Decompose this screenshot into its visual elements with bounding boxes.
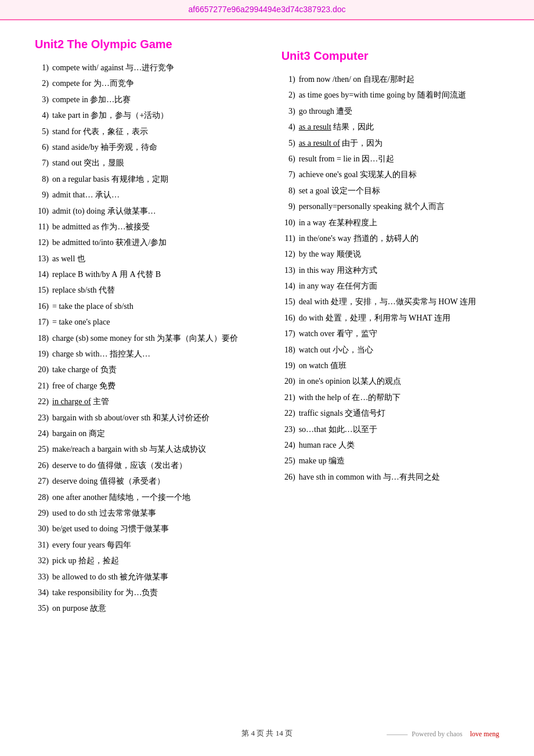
item-content: as well 也 (52, 253, 264, 265)
item-content: be admitted to/into 获准进入/参加 (52, 236, 264, 249)
item-content: watch over 看守，监守 (299, 327, 499, 340)
item-content: be allowed to do sth 被允许做某事 (52, 571, 264, 584)
item-number: 8) (282, 185, 299, 197)
list-item: 23)so…that 如此…以至于 (282, 423, 499, 436)
item-chinese: 故意 (88, 604, 107, 613)
unit3-title: Unit3 Computer (282, 49, 499, 63)
item-english: as a result of (299, 139, 340, 147)
item-english: stand aside/by (52, 143, 99, 152)
item-chinese: 在…的帮助下 (350, 393, 401, 402)
list-item: 4)as a result 结果，因此 (282, 121, 499, 134)
list-item: 9)admit that… 承认… (35, 189, 264, 201)
item-english: in a way (299, 218, 326, 227)
item-number: 9) (35, 189, 52, 201)
item-number: 15) (282, 296, 299, 308)
item-english: go through (299, 107, 334, 116)
list-item: 29)used to do sth 过去常常做某事 (35, 507, 264, 520)
item-chinese: 挡道的，妨碍人的 (351, 234, 418, 243)
item-chinese: 也 (75, 254, 85, 263)
item-english: deserve to do (52, 461, 96, 470)
list-item: 2)compete for 为…而竞争 (35, 77, 264, 90)
item-chinese: 承认… (93, 190, 120, 199)
item-number: 4) (282, 121, 299, 134)
list-item: 12)by the way 顺便说 (282, 248, 499, 261)
list-item: 3)compete in 参加…比赛 (35, 93, 264, 106)
list-item: 17)= take one's place (35, 316, 264, 329)
unit3-list: 1)from now /then/ on 自现在/那时起2)as time go… (282, 73, 499, 484)
list-item: 19)charge sb with… 指控某人… (35, 348, 264, 361)
list-item: 2)as time goes by=with time going by 随着时… (282, 89, 499, 102)
item-chinese: 陆续地，一个接一个地 (107, 493, 191, 502)
item-english: deserve doing (52, 477, 98, 485)
item-content: in a way 在某种程度上 (299, 217, 499, 229)
list-item: 24)bargain on 商定 (35, 427, 264, 440)
item-number: 16) (35, 300, 52, 313)
item-number: 1) (282, 73, 299, 86)
list-item: 8)set a goal 设定一个目标 (282, 185, 499, 197)
list-item: 31)every four years 每四年 (35, 539, 264, 552)
list-item: 6)result from = lie in 因…引起 (282, 153, 499, 165)
item-content: watch out 小心，当心 (299, 344, 499, 357)
item-content: be admitted as 作为…被接受 (52, 221, 264, 233)
item-content: make up 编造 (299, 455, 499, 467)
list-item: 26)deserve to do 值得做，应该（发出者） (35, 459, 264, 472)
item-content: human race 人类 (299, 439, 499, 452)
list-item: 20)take charge of 负责 (35, 363, 264, 376)
item-english: compete in (52, 95, 88, 104)
item-content: admit (to) doing 承认做某事… (52, 205, 264, 218)
item-chinese: 随着时间流逝 (415, 91, 466, 99)
item-number: 26) (35, 459, 52, 472)
item-number: 25) (282, 455, 299, 467)
item-content: in charge of 主管 (52, 395, 264, 408)
item-chinese: 值得被（承受者） (98, 477, 165, 485)
item-content: as a result of 由于，因为 (299, 137, 499, 150)
item-content: stand aside/by 袖手旁观，待命 (52, 141, 264, 154)
item-english: = take one's place (52, 318, 110, 326)
page-number: 第 4 页 共 14 页 (241, 729, 293, 737)
item-content: charge (sb) some money for sth 为某事（向某人）要… (52, 332, 264, 345)
list-item: 5)as a result of 由于，因为 (282, 137, 499, 150)
item-number: 11) (35, 221, 52, 233)
item-number: 17) (282, 327, 299, 340)
item-english: be allowed to do sth (52, 573, 118, 581)
item-chinese: 与某人达成协议 (147, 445, 207, 453)
item-chinese: 免费 (97, 381, 116, 390)
item-english: on a regular basis (52, 175, 109, 183)
item-chinese: 人类 (337, 441, 355, 449)
item-content: deserve to do 值得做，应该（发出者） (52, 459, 264, 472)
item-chinese: 自现在/那时起 (361, 75, 414, 84)
item-content: pick up 拾起，捡起 (52, 555, 264, 567)
item-chinese: 突出，显眼 (82, 159, 125, 167)
item-english: take part in (52, 111, 89, 120)
item-content: take charge of 负责 (52, 363, 264, 376)
list-item: 21)with the help of 在…的帮助下 (282, 391, 499, 404)
list-item: 9)personally=personally speaking 就个人而言 (282, 200, 499, 213)
list-item: 18)charge (sb) some money for sth 为某事（向某… (35, 332, 264, 345)
list-item: 20)in one's opinion 以某人的观点 (282, 375, 499, 388)
footer-right: ——— Powered by chaos love meng (387, 730, 499, 739)
item-number: 35) (35, 602, 52, 615)
filename-link[interactable]: af6657277e96a2994494e3d74c387923.doc (189, 5, 346, 14)
item-chinese: 作为…被接受 (99, 222, 150, 231)
item-content: make/reach a bargain with sb 与某人达成协议 (52, 443, 264, 456)
item-chinese: 袖手旁观，待命 (99, 143, 158, 152)
item-chinese: 承认做某事… (105, 207, 156, 215)
item-english: charge (sb) some money for sth (52, 334, 155, 343)
item-number: 20) (282, 375, 299, 388)
item-content: bargain with sb about/over sth 和某人讨价还价 (52, 412, 264, 424)
item-english: stand for (52, 127, 81, 136)
right-column: Unit3 Computer 1)from now /then/ on 自现在/… (276, 38, 499, 618)
item-content: personally=personally speaking 就个人而言 (299, 200, 499, 213)
list-item: 19)on watch 值班 (282, 359, 499, 372)
item-english: make/reach a bargain with sb (52, 445, 147, 453)
item-content: on watch 值班 (299, 359, 499, 372)
list-item: 13)as well 也 (35, 253, 264, 265)
list-item: 28)one after another 陆续地，一个接一个地 (35, 491, 264, 504)
item-chinese: 负责 (98, 365, 117, 374)
item-number: 18) (282, 344, 299, 357)
item-english: have sth in common with (299, 473, 381, 481)
list-item: 35)on purpose 故意 (35, 602, 264, 615)
item-number: 1) (35, 62, 52, 74)
item-chinese: 小心，当心 (330, 345, 373, 354)
item-chinese: 拾起，捡起 (77, 556, 120, 565)
